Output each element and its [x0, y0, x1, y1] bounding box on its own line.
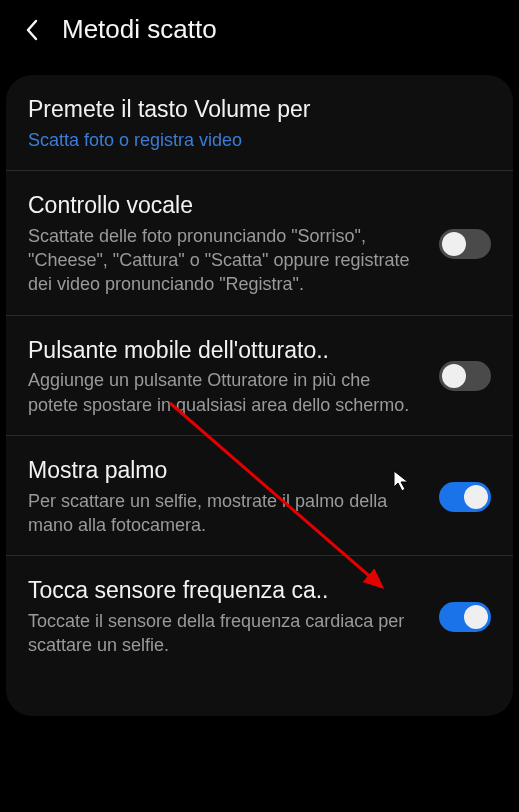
settings-panel: Premete il tasto Volume per Scatta foto … [6, 75, 513, 716]
toggle-knob [464, 485, 488, 509]
toggle-knob [442, 364, 466, 388]
header: Metodi scatto [0, 0, 519, 57]
row-title: Controllo vocale [28, 191, 425, 220]
row-volume-key[interactable]: Premete il tasto Volume per Scatta foto … [6, 75, 513, 171]
row-title: Mostra palmo [28, 456, 425, 485]
toggle-knob [464, 605, 488, 629]
row-subtitle: Scattate delle foto pronunciando "Sorris… [28, 224, 425, 297]
page-title: Metodi scatto [62, 14, 217, 45]
toggle-voice-control[interactable] [439, 229, 491, 259]
row-show-palm[interactable]: Mostra palmo Per scattare un selfie, mos… [6, 436, 513, 556]
back-icon[interactable] [20, 18, 44, 42]
row-subtitle: Per scattare un selfie, mostrate il palm… [28, 489, 425, 538]
row-title: Premete il tasto Volume per [28, 95, 477, 124]
toggle-show-palm[interactable] [439, 482, 491, 512]
row-subtitle: Toccate il sensore della frequenza cardi… [28, 609, 425, 658]
toggle-floating-shutter[interactable] [439, 361, 491, 391]
row-voice-control[interactable]: Controllo vocale Scattate delle foto pro… [6, 171, 513, 316]
row-title: Tocca sensore frequenza ca.. [28, 576, 425, 605]
row-title: Pulsante mobile dell'otturato.. [28, 336, 425, 365]
toggle-knob [442, 232, 466, 256]
row-subtitle: Aggiunge un pulsante Otturatore in più c… [28, 368, 425, 417]
row-subtitle: Scatta foto o registra video [28, 128, 477, 152]
toggle-heart-rate-sensor[interactable] [439, 602, 491, 632]
row-heart-rate-sensor[interactable]: Tocca sensore frequenza ca.. Toccate il … [6, 556, 513, 675]
row-floating-shutter[interactable]: Pulsante mobile dell'otturato.. Aggiunge… [6, 316, 513, 436]
